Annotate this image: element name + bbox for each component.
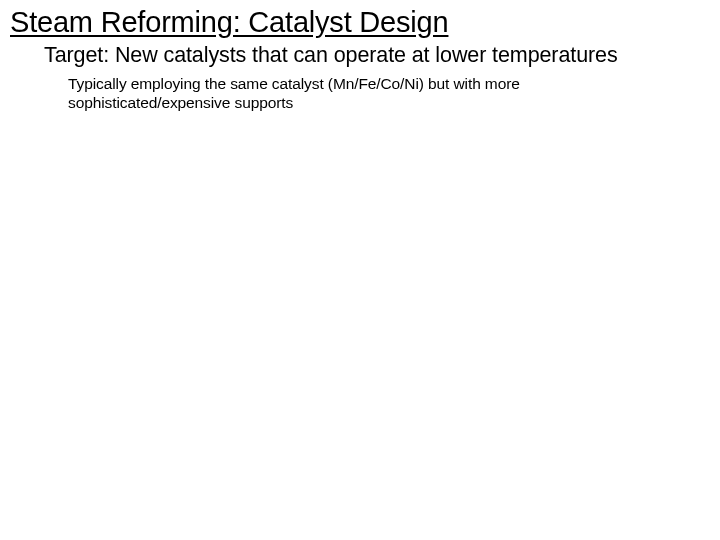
slide-body-text: Typically employing the same catalyst (M…	[68, 75, 628, 113]
slide-title: Steam Reforming: Catalyst Design	[10, 6, 710, 39]
slide-subtitle: Target: New catalysts that can operate a…	[44, 43, 710, 69]
slide-container: Steam Reforming: Catalyst Design Target:…	[0, 0, 720, 540]
